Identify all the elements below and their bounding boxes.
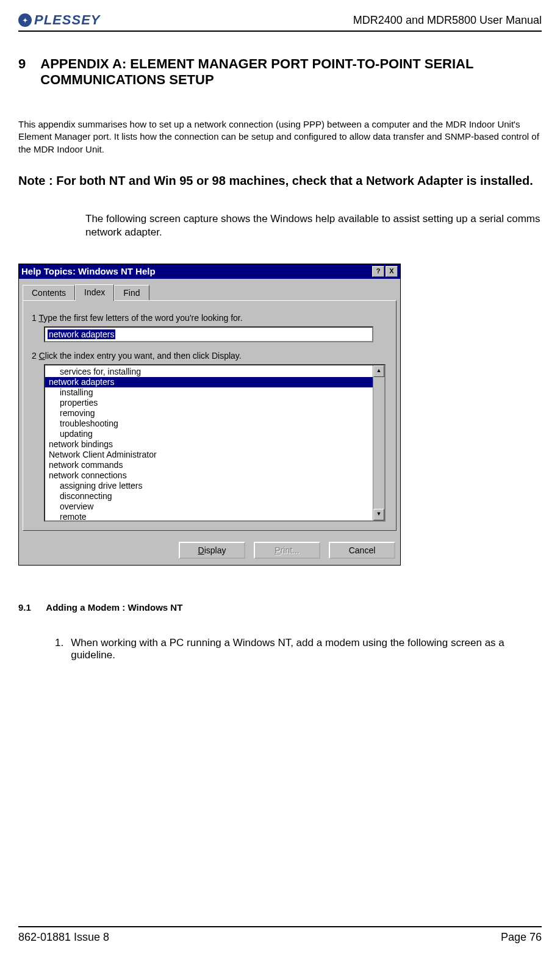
list-item[interactable]: disconnecting: [45, 491, 373, 501]
step-2-text: lick the index entry you want, and then …: [45, 351, 242, 361]
numbered-list: 1. When working with a PC running a Wind…: [55, 637, 542, 661]
page-footer: 862-01881 Issue 8 Page 76: [18, 926, 542, 944]
search-input[interactable]: network adapters: [44, 326, 373, 342]
body-paragraph: The following screen capture shows the W…: [85, 212, 542, 239]
section-title: APPENDIX A: ELEMENT MANAGER PORT POINT-T…: [40, 56, 542, 88]
section-number: 9: [18, 56, 26, 88]
close-button[interactable]: X: [386, 266, 398, 277]
logo: ✦ PLESSEY: [18, 12, 100, 28]
print-hotkey: P: [275, 545, 280, 555]
doc-title: MDR2400 and MDR5800 User Manual: [353, 14, 542, 27]
list-item[interactable]: installing: [45, 387, 373, 398]
tab-contents[interactable]: Contents: [23, 285, 75, 300]
display-hotkey: D: [198, 545, 204, 555]
list-item[interactable]: network adapters: [45, 377, 373, 387]
list-item[interactable]: updating: [45, 429, 373, 439]
display-label: isplay: [204, 545, 226, 555]
logo-text: PLESSEY: [34, 12, 100, 28]
step-1: 1 Type the first few letters of the word…: [32, 313, 387, 323]
scroll-up-button[interactable]: ▲: [373, 365, 384, 377]
subsection-title: Adding a Modem : Windows NT: [46, 602, 182, 613]
display-button[interactable]: Display: [179, 542, 245, 559]
help-window: Help Topics: Windows NT Help ? X Content…: [18, 264, 401, 566]
index-list-wrap: services for, installingnetwork adapters…: [44, 364, 386, 522]
footer-left: 862-01881 Issue 8: [18, 931, 109, 944]
footer-right: Page 76: [501, 931, 542, 944]
list-item[interactable]: Network Client Administrator: [45, 450, 373, 460]
note-heading: Note : For both NT and Win 95 or 98 mach…: [18, 174, 542, 188]
index-listbox[interactable]: services for, installingnetwork adapters…: [45, 365, 373, 520]
logo-icon: ✦: [18, 13, 32, 27]
step-1-text: ype the first few letters of the word yo…: [43, 313, 242, 323]
window-title: Help Topics: Windows NT Help: [21, 266, 156, 276]
list-item[interactable]: removing: [45, 408, 373, 419]
step-2-hotkey: C: [39, 351, 45, 361]
print-label: rint...: [281, 545, 300, 555]
help-button[interactable]: ?: [372, 266, 384, 277]
tab-find[interactable]: Find: [114, 285, 149, 300]
list-item[interactable]: assigning drive letters: [45, 481, 373, 491]
subsection-heading: 9.1 Adding a Modem : Windows NT: [18, 602, 542, 613]
step-2-prefix: 2: [32, 351, 39, 361]
titlebar-buttons: ? X: [372, 266, 398, 277]
cancel-button[interactable]: Cancel: [329, 542, 395, 559]
list-item[interactable]: troubleshooting: [45, 419, 373, 429]
list-item[interactable]: network bindings: [45, 439, 373, 450]
print-button[interactable]: Print...: [254, 542, 320, 559]
scrollbar[interactable]: ▲ ▼: [373, 365, 384, 520]
page-header: ✦ PLESSEY MDR2400 and MDR5800 User Manua…: [18, 12, 542, 32]
search-input-value: network adapters: [48, 329, 115, 339]
list-item: 1. When working with a PC running a Wind…: [55, 637, 542, 661]
list-item-number: 1.: [55, 637, 63, 661]
list-item[interactable]: overview: [45, 501, 373, 512]
button-row: Display Print... Cancel: [19, 534, 400, 565]
subsection-number: 9.1: [18, 602, 31, 613]
list-item[interactable]: services for, installing: [45, 367, 373, 377]
step-1-prefix: 1: [32, 313, 38, 323]
list-item[interactable]: properties: [45, 398, 373, 408]
list-item-text: When working with a PC running a Windows…: [71, 637, 542, 661]
tab-index[interactable]: Index: [75, 284, 114, 301]
tab-panel: 1 Type the first few letters of the word…: [23, 300, 397, 531]
tab-row: Contents Index Find: [19, 279, 400, 300]
section-heading: 9 APPENDIX A: ELEMENT MANAGER PORT POINT…: [18, 56, 542, 88]
scroll-down-button[interactable]: ▼: [373, 509, 384, 520]
list-item[interactable]: network commands: [45, 460, 373, 470]
intro-paragraph: This appendix summarises how to set up a…: [18, 118, 542, 156]
step-2: 2 Click the index entry you want, and th…: [32, 351, 387, 361]
list-item[interactable]: remote: [45, 512, 373, 520]
titlebar: Help Topics: Windows NT Help ? X: [19, 264, 400, 279]
list-item[interactable]: network connections: [45, 470, 373, 481]
